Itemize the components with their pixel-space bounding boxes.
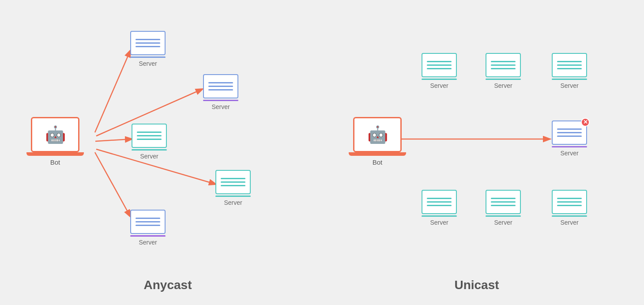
main-container: 🤖 Bot Server [0, 0, 644, 305]
server-lines [491, 61, 516, 69]
anycast-canvas: 🤖 Bot Server [18, 13, 318, 269]
server-box [130, 31, 166, 55]
error-badge: ✕ [581, 118, 590, 127]
anycast-server-3: Server [132, 124, 167, 160]
bot-laptop: 🤖 [31, 117, 79, 152]
unicast-server-target: ✕ Server [552, 120, 587, 157]
server-lines [427, 61, 452, 69]
unicast-diagram: 🤖 Bot Server [327, 13, 627, 292]
anycast-bot: 🤖 Bot [26, 117, 84, 166]
anycast-server-4: Server [215, 170, 251, 206]
anycast-bot-label: Bot [50, 158, 60, 166]
anycast-title: Anycast [144, 278, 192, 292]
unicast-server-bot-1: Server [422, 190, 457, 226]
server-box [130, 210, 166, 234]
server-lines [136, 218, 160, 226]
server-label: Server [139, 239, 157, 246]
svg-line-4 [95, 152, 130, 216]
server-lines [557, 128, 582, 137]
bot-base [26, 152, 84, 156]
server-label: Server [560, 82, 578, 89]
anycast-server-1: Server [130, 31, 166, 67]
unicast-server-bot-3: Server [552, 190, 587, 226]
unicast-bot-label: Bot [373, 158, 383, 166]
anycast-server-5: Server [130, 210, 166, 246]
server-label: Server [560, 150, 578, 157]
server-box [422, 53, 457, 77]
server-box: ✕ [552, 120, 587, 145]
server-box [203, 74, 238, 98]
svg-line-0 [95, 51, 130, 132]
unicast-server-top-3: Server [552, 53, 587, 89]
server-lines [427, 198, 452, 206]
server-box [552, 53, 587, 77]
server-label: Server [430, 82, 448, 89]
server-lines [557, 61, 582, 69]
unicast-canvas: 🤖 Bot Server [327, 13, 627, 269]
server-box [132, 124, 167, 148]
server-box [215, 170, 251, 194]
bot-base [349, 152, 406, 156]
server-label: Server [430, 219, 448, 226]
server-lines [491, 198, 516, 206]
server-lines [136, 39, 160, 47]
unicast-server-top-2: Server [486, 53, 521, 89]
anycast-server-2: Server [203, 74, 238, 110]
server-label: Server [139, 60, 157, 67]
server-label: Server [494, 82, 512, 89]
server-lines [208, 82, 233, 90]
anycast-diagram: 🤖 Bot Server [18, 13, 318, 292]
server-label: Server [560, 219, 578, 226]
server-box [486, 190, 521, 214]
server-label: Server [224, 199, 242, 206]
bot-face-icon: 🤖 [367, 126, 388, 143]
server-lines [221, 178, 245, 186]
server-label: Server [494, 219, 512, 226]
svg-line-2 [95, 139, 132, 141]
bot-laptop: 🤖 [353, 117, 402, 152]
server-box [552, 190, 587, 214]
unicast-bot: 🤖 Bot [349, 117, 406, 166]
server-box [422, 190, 457, 214]
server-lines [557, 198, 582, 206]
server-box [486, 53, 521, 77]
unicast-title: Unicast [454, 278, 499, 292]
unicast-server-top-1: Server [422, 53, 457, 89]
server-lines [137, 132, 162, 140]
unicast-server-bot-2: Server [486, 190, 521, 226]
bot-face-icon: 🤖 [45, 126, 66, 143]
server-label: Server [140, 153, 158, 160]
server-label: Server [211, 103, 230, 110]
